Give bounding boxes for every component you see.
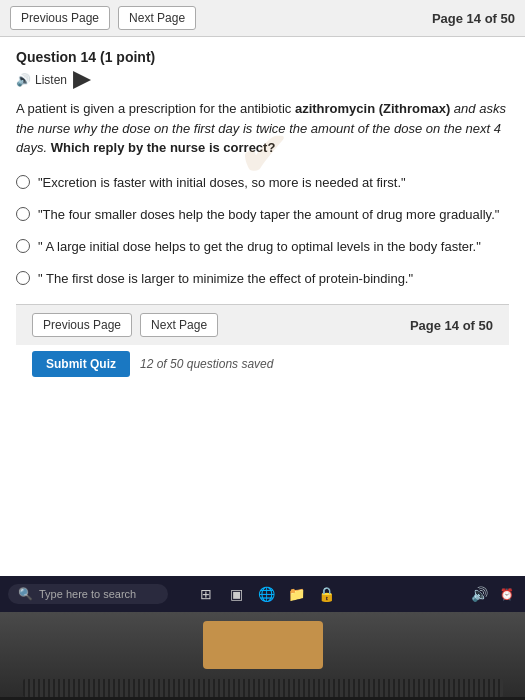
listen-label: Listen: [35, 73, 67, 87]
bottom-nav-left: Previous Page Next Page: [32, 313, 218, 337]
submit-quiz-button[interactable]: Submit Quiz: [32, 351, 130, 377]
bottom-nav: Previous Page Next Page Page 14 of 50: [16, 304, 509, 345]
clock-icon: ⏰: [497, 584, 517, 604]
search-magnifier-icon: 🔍: [18, 587, 33, 601]
next-page-button[interactable]: Next Page: [118, 6, 196, 30]
quiz-screen: ✔ Previous Page Next Page Page 14 of 50 …: [0, 0, 525, 580]
question-text: A patient is given a prescription for th…: [16, 99, 509, 158]
laptop-bezel: [0, 612, 525, 700]
taskbar-icons: ⊞ ▣ 🌐 📁 🔒: [196, 584, 336, 604]
nav-left: Previous Page Next Page: [10, 6, 196, 30]
question-header: Question 14 (1 point): [16, 49, 509, 65]
saved-text: 12 of 50 questions saved: [140, 357, 273, 371]
option-3-radio[interactable]: [16, 239, 30, 253]
volume-icon[interactable]: 🔊: [469, 584, 489, 604]
option-2-radio[interactable]: [16, 207, 30, 221]
option-1-radio[interactable]: [16, 175, 30, 189]
option-1-text: "Excretion is faster with initial doses,…: [38, 174, 406, 192]
question-points: (1 point): [100, 49, 155, 65]
option-4[interactable]: " The first dose is larger to minimize t…: [16, 270, 509, 288]
option-3[interactable]: " A large initial dose helps to get the …: [16, 238, 509, 256]
option-2-text: "The four smaller doses help the body ta…: [38, 206, 499, 224]
edge-icon[interactable]: 🌐: [256, 584, 276, 604]
bottom-prev-button[interactable]: Previous Page: [32, 313, 132, 337]
bottom-page-info: Page 14 of 50: [410, 318, 493, 333]
option-2[interactable]: "The four smaller doses help the body ta…: [16, 206, 509, 224]
windows-icon[interactable]: ⊞: [196, 584, 216, 604]
option-3-text: " A large initial dose helps to get the …: [38, 238, 481, 256]
option-1[interactable]: "Excretion is faster with initial doses,…: [16, 174, 509, 192]
play-button[interactable]: [73, 71, 91, 89]
folder-icon[interactable]: 📁: [286, 584, 306, 604]
option-4-radio[interactable]: [16, 271, 30, 285]
taskbar-right: 🔊 ⏰: [469, 584, 517, 604]
listen-icon: 🔊 Listen: [16, 73, 67, 87]
prev-page-button[interactable]: Previous Page: [10, 6, 110, 30]
taskbar-search-text: Type here to search: [39, 588, 136, 600]
question-number: Question 14: [16, 49, 96, 65]
top-nav: Previous Page Next Page Page 14 of 50: [0, 0, 525, 37]
touchpad[interactable]: [203, 621, 323, 669]
option-4-text: " The first dose is larger to minimize t…: [38, 270, 413, 288]
options-list: "Excretion is faster with initial doses,…: [16, 174, 509, 289]
page-info: Page 14 of 50: [432, 11, 515, 26]
listen-bar: 🔊 Listen: [16, 71, 509, 89]
main-content: Question 14 (1 point) 🔊 Listen A patient…: [0, 37, 525, 580]
lock-icon[interactable]: 🔒: [316, 584, 336, 604]
speaker-grill: [23, 679, 503, 697]
actions-row: Submit Quiz 12 of 50 questions saved: [16, 345, 509, 387]
taskbar-search[interactable]: 🔍 Type here to search: [8, 584, 168, 604]
bottom-next-button[interactable]: Next Page: [140, 313, 218, 337]
taskbar: 🔍 Type here to search ⊞ ▣ 🌐 📁 🔒 🔊 ⏰: [0, 576, 525, 612]
taskview-icon[interactable]: ▣: [226, 584, 246, 604]
